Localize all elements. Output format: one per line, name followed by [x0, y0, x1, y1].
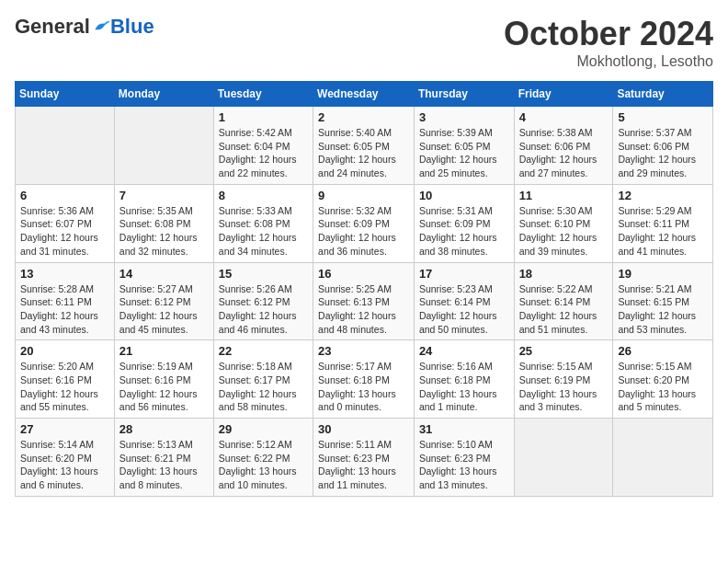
weekday-header-friday: Friday [514, 82, 613, 107]
location-title: Mokhotlong, Lesotho [504, 53, 713, 70]
calendar-cell: 24Sunrise: 5:16 AMSunset: 6:18 PMDayligh… [414, 340, 514, 419]
day-number: 13 [20, 267, 109, 281]
logo: General Blue [15, 15, 154, 39]
day-info: Sunrise: 5:15 AMSunset: 6:20 PMDaylight:… [618, 360, 708, 414]
weekday-header-monday: Monday [114, 82, 213, 107]
page-header: General Blue October 2024 Mokhotlong, Le… [15, 15, 713, 70]
day-number: 3 [419, 110, 509, 124]
day-info: Sunrise: 5:36 AMSunset: 6:07 PMDaylight:… [20, 204, 109, 259]
calendar-cell: 11Sunrise: 5:30 AMSunset: 6:10 PMDayligh… [514, 184, 613, 262]
day-info: Sunrise: 5:29 AMSunset: 6:11 PMDaylight:… [618, 204, 708, 259]
day-number: 27 [20, 422, 109, 436]
day-info: Sunrise: 5:10 AMSunset: 6:23 PMDaylight:… [419, 438, 509, 492]
calendar-cell: 19Sunrise: 5:21 AMSunset: 6:15 PMDayligh… [613, 262, 713, 340]
day-info: Sunrise: 5:11 AMSunset: 6:23 PMDaylight:… [318, 438, 409, 492]
day-info: Sunrise: 5:20 AMSunset: 6:16 PMDaylight:… [20, 360, 109, 414]
calendar-cell: 1Sunrise: 5:42 AMSunset: 6:04 PMDaylight… [213, 107, 313, 185]
calendar-cell: 9Sunrise: 5:32 AMSunset: 6:09 PMDaylight… [313, 184, 415, 262]
calendar-table: SundayMondayTuesdayWednesdayThursdayFrid… [15, 81, 713, 497]
day-info: Sunrise: 5:33 AMSunset: 6:08 PMDaylight:… [219, 204, 308, 259]
calendar-cell: 2Sunrise: 5:40 AMSunset: 6:05 PMDaylight… [313, 107, 415, 185]
day-number: 23 [318, 344, 409, 358]
day-number: 15 [219, 267, 308, 281]
weekday-header-tuesday: Tuesday [213, 82, 313, 107]
day-info: Sunrise: 5:35 AMSunset: 6:08 PMDaylight:… [119, 204, 209, 259]
title-section: October 2024 Mokhotlong, Lesotho [504, 15, 713, 70]
day-number: 9 [318, 189, 409, 202]
day-number: 11 [519, 189, 609, 202]
calendar-cell: 21Sunrise: 5:19 AMSunset: 6:16 PMDayligh… [114, 340, 213, 419]
day-info: Sunrise: 5:26 AMSunset: 6:12 PMDaylight:… [219, 282, 308, 337]
weekday-header-thursday: Thursday [414, 82, 514, 107]
day-info: Sunrise: 5:12 AMSunset: 6:22 PMDaylight:… [219, 438, 308, 492]
day-number: 21 [119, 344, 209, 358]
logo-bird-icon [92, 17, 110, 36]
calendar-cell: 30Sunrise: 5:11 AMSunset: 6:23 PMDayligh… [313, 419, 415, 497]
calendar-cell: 22Sunrise: 5:18 AMSunset: 6:17 PMDayligh… [213, 340, 313, 419]
day-info: Sunrise: 5:18 AMSunset: 6:17 PMDaylight:… [219, 360, 308, 414]
day-info: Sunrise: 5:32 AMSunset: 6:09 PMDaylight:… [318, 204, 409, 259]
day-info: Sunrise: 5:21 AMSunset: 6:15 PMDaylight:… [618, 282, 708, 337]
day-number: 6 [20, 189, 109, 202]
day-number: 25 [519, 344, 609, 358]
day-number: 16 [318, 267, 409, 281]
calendar-cell [514, 419, 613, 497]
weekday-header-wednesday: Wednesday [313, 82, 415, 107]
calendar-cell: 4Sunrise: 5:38 AMSunset: 6:06 PMDaylight… [514, 107, 613, 185]
day-info: Sunrise: 5:13 AMSunset: 6:21 PMDaylight:… [119, 438, 209, 492]
month-title: October 2024 [504, 15, 713, 53]
calendar-cell: 13Sunrise: 5:28 AMSunset: 6:11 PMDayligh… [16, 262, 115, 340]
day-info: Sunrise: 5:28 AMSunset: 6:11 PMDaylight:… [20, 282, 109, 337]
day-info: Sunrise: 5:19 AMSunset: 6:16 PMDaylight:… [119, 360, 209, 414]
calendar-cell: 27Sunrise: 5:14 AMSunset: 6:20 PMDayligh… [16, 419, 115, 497]
day-number: 30 [318, 422, 409, 436]
day-number: 14 [119, 267, 209, 281]
day-info: Sunrise: 5:14 AMSunset: 6:20 PMDaylight:… [20, 438, 109, 492]
weekday-header-sunday: Sunday [16, 82, 115, 107]
calendar-cell: 28Sunrise: 5:13 AMSunset: 6:21 PMDayligh… [114, 419, 213, 497]
calendar-cell [16, 107, 115, 185]
day-info: Sunrise: 5:17 AMSunset: 6:18 PMDaylight:… [318, 360, 409, 414]
calendar-cell: 15Sunrise: 5:26 AMSunset: 6:12 PMDayligh… [213, 262, 313, 340]
calendar-cell: 26Sunrise: 5:15 AMSunset: 6:20 PMDayligh… [613, 340, 713, 419]
calendar-cell: 7Sunrise: 5:35 AMSunset: 6:08 PMDaylight… [114, 184, 213, 262]
calendar-cell: 5Sunrise: 5:37 AMSunset: 6:06 PMDaylight… [613, 107, 713, 185]
calendar-cell: 29Sunrise: 5:12 AMSunset: 6:22 PMDayligh… [213, 419, 313, 497]
day-number: 29 [219, 422, 308, 436]
calendar-cell: 20Sunrise: 5:20 AMSunset: 6:16 PMDayligh… [16, 340, 115, 419]
day-number: 8 [219, 189, 308, 202]
day-info: Sunrise: 5:16 AMSunset: 6:18 PMDaylight:… [419, 360, 509, 414]
day-info: Sunrise: 5:23 AMSunset: 6:14 PMDaylight:… [419, 282, 509, 337]
day-number: 20 [20, 344, 109, 358]
day-number: 1 [219, 110, 308, 124]
day-number: 22 [219, 344, 308, 358]
day-number: 19 [618, 267, 708, 281]
day-number: 4 [519, 110, 609, 124]
calendar-cell: 18Sunrise: 5:22 AMSunset: 6:14 PMDayligh… [514, 262, 613, 340]
day-info: Sunrise: 5:39 AMSunset: 6:05 PMDaylight:… [419, 126, 509, 180]
calendar-cell: 16Sunrise: 5:25 AMSunset: 6:13 PMDayligh… [313, 262, 415, 340]
day-info: Sunrise: 5:25 AMSunset: 6:13 PMDaylight:… [318, 282, 409, 337]
calendar-cell [613, 419, 713, 497]
day-number: 24 [419, 344, 509, 358]
day-number: 17 [419, 267, 509, 281]
day-number: 26 [618, 344, 708, 358]
day-number: 7 [119, 189, 209, 202]
calendar-cell: 23Sunrise: 5:17 AMSunset: 6:18 PMDayligh… [313, 340, 415, 419]
calendar-cell: 3Sunrise: 5:39 AMSunset: 6:05 PMDaylight… [414, 107, 514, 185]
day-info: Sunrise: 5:38 AMSunset: 6:06 PMDaylight:… [519, 126, 609, 180]
day-info: Sunrise: 5:27 AMSunset: 6:12 PMDaylight:… [119, 282, 209, 337]
calendar-cell: 8Sunrise: 5:33 AMSunset: 6:08 PMDaylight… [213, 184, 313, 262]
day-info: Sunrise: 5:31 AMSunset: 6:09 PMDaylight:… [419, 204, 509, 259]
day-number: 28 [119, 422, 209, 436]
day-info: Sunrise: 5:40 AMSunset: 6:05 PMDaylight:… [318, 126, 409, 180]
day-number: 18 [519, 267, 609, 281]
calendar-cell: 10Sunrise: 5:31 AMSunset: 6:09 PMDayligh… [414, 184, 514, 262]
calendar-cell: 31Sunrise: 5:10 AMSunset: 6:23 PMDayligh… [414, 419, 514, 497]
weekday-header-saturday: Saturday [613, 82, 713, 107]
day-info: Sunrise: 5:15 AMSunset: 6:19 PMDaylight:… [519, 360, 609, 414]
calendar-cell: 6Sunrise: 5:36 AMSunset: 6:07 PMDaylight… [16, 184, 115, 262]
day-info: Sunrise: 5:42 AMSunset: 6:04 PMDaylight:… [219, 126, 308, 180]
logo-blue-text: Blue [110, 15, 154, 39]
calendar-cell: 25Sunrise: 5:15 AMSunset: 6:19 PMDayligh… [514, 340, 613, 419]
